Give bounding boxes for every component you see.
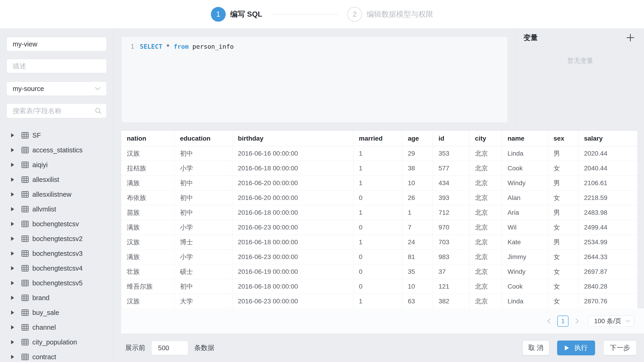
table-cell: 37	[433, 264, 469, 279]
table-cell: Linda	[502, 146, 548, 161]
table-tree-item[interactable]: city_population	[0, 335, 113, 350]
page-size-select[interactable]: 100 条/页	[588, 316, 634, 327]
previous-page-button[interactable]	[544, 318, 554, 324]
table-tree-item[interactable]: bochengtestcsv3	[0, 246, 113, 261]
table-cell: 女	[548, 279, 578, 294]
table-row: 苗族 初中 2016-06-18 00:00:00 1 1 712 北京 Ari…	[121, 205, 638, 220]
table-cell: 初中	[174, 279, 232, 294]
column-header: id	[433, 131, 469, 146]
table-tree-item[interactable]: allesxilistnew	[0, 187, 113, 202]
table-grid-icon	[22, 221, 29, 227]
table-grid-icon	[22, 280, 29, 286]
table-search-input[interactable]	[6, 103, 107, 118]
expand-arrow-icon[interactable]	[11, 325, 14, 330]
wizard-header: 1 编写 SQL 2 编辑数据模型与权限	[0, 0, 644, 29]
expand-arrow-icon[interactable]	[11, 281, 14, 285]
table-row: 汉族 初中 2016-06-16 00:00:00 1 29 353 北京 Li…	[121, 146, 638, 161]
table-tree-label: allesxilist	[32, 176, 59, 184]
expand-arrow-icon[interactable]	[11, 148, 14, 152]
expand-arrow-icon[interactable]	[11, 266, 14, 270]
expand-arrow-icon[interactable]	[11, 296, 14, 300]
table-tree-item[interactable]: bochengtestcsv	[0, 217, 113, 231]
table-cell: 初中	[174, 146, 232, 161]
add-variable-button[interactable]	[626, 33, 635, 42]
expand-arrow-icon[interactable]	[11, 133, 14, 137]
table-row: 壮族 硕士 2016-06-19 00:00:00 0 35 37 北京 Win…	[121, 264, 638, 279]
table-cell: 2644.33	[578, 250, 638, 264]
table-cell: 小学	[174, 250, 232, 264]
table-cell: 434	[433, 176, 469, 190]
step-2-label: 编辑数据模型与权限	[366, 9, 433, 19]
row-limit-input[interactable]	[151, 341, 188, 355]
expand-arrow-icon[interactable]	[11, 311, 14, 315]
table-row: 汉族 大学 2016-06-23 00:00:00 1 63 382 北京 Li…	[121, 294, 638, 309]
column-header: city	[469, 131, 502, 146]
table-cell: 北京	[469, 294, 502, 309]
table-cell: 汉族	[121, 294, 174, 309]
expand-arrow-icon[interactable]	[11, 340, 14, 344]
table-cell: 男	[548, 176, 578, 190]
footer-bar: 展示前 条数据 取 消 执行 下一步	[113, 334, 644, 362]
table-tree-item[interactable]: access_statistics	[0, 143, 113, 157]
table-tree-item[interactable]: allvmlist	[0, 202, 113, 217]
table-cell: 北京	[469, 235, 502, 249]
table-cell: 2016-06-18 00:00:00	[232, 235, 354, 249]
table-cell: 2016-06-18 00:00:00	[232, 161, 354, 175]
run-button[interactable]: 执行	[557, 341, 595, 355]
sql-token: *	[162, 43, 174, 50]
cancel-button[interactable]: 取 消	[522, 341, 549, 355]
table-cell: 满族	[121, 250, 174, 264]
view-name-input[interactable]	[6, 37, 107, 51]
table-tree-item[interactable]: brand	[0, 291, 113, 305]
sql-editor[interactable]: 1 SELECT * from person_info	[122, 37, 508, 122]
description-input[interactable]	[6, 59, 107, 73]
table-cell: 35	[402, 264, 433, 279]
table-tree-item[interactable]: bochengtestcsv2	[0, 231, 113, 246]
expand-arrow-icon[interactable]	[11, 237, 14, 241]
table-tree-item[interactable]: allesxilist	[0, 172, 113, 187]
page-size-value: 100 条/页	[594, 317, 621, 326]
table-tree-label: bochengtestcsv3	[32, 250, 83, 257]
column-header: salary	[578, 131, 638, 146]
expand-arrow-icon[interactable]	[11, 222, 14, 226]
table-tree-item[interactable]: channel	[0, 320, 113, 335]
datasource-select[interactable]: my-source	[6, 81, 107, 96]
table-cell: 2016-06-18 00:00:00	[232, 279, 354, 294]
table-cell: 初中	[174, 205, 232, 220]
table-tree-item[interactable]: buy_sale	[0, 305, 113, 320]
expand-arrow-icon[interactable]	[11, 355, 14, 359]
table-cell: 女	[548, 264, 578, 279]
table-cell: Linda	[502, 294, 548, 309]
expand-arrow-icon[interactable]	[11, 192, 14, 196]
column-header: sex	[548, 131, 578, 146]
next-page-button[interactable]	[572, 318, 582, 324]
datasource-select-value: my-source	[13, 85, 44, 93]
expand-arrow-icon[interactable]	[11, 178, 14, 182]
variables-panel: 变量 暂无变量	[516, 29, 644, 131]
column-header: age	[402, 131, 433, 146]
table-cell: 2106.61	[578, 176, 638, 190]
table-cell: 2016-06-23 00:00:00	[232, 220, 354, 235]
page-number-button[interactable]: 1	[558, 316, 568, 327]
table-row: 汉族 博士 2016-06-18 00:00:00 1 24 703 北京 Ka…	[121, 235, 638, 250]
sql-token: person_info	[189, 43, 234, 50]
table-cell: 2016-06-18 00:00:00	[232, 205, 354, 220]
table-cell: 北京	[469, 250, 502, 264]
expand-arrow-icon[interactable]	[11, 251, 14, 256]
table-cell: 0	[354, 279, 402, 294]
expand-arrow-icon[interactable]	[11, 207, 14, 211]
table-cell: Aria	[502, 205, 548, 220]
table-row: 维吾尔族 初中 2016-06-18 00:00:00 0 10 121 北京 …	[121, 279, 638, 294]
table-cell: Cook	[502, 279, 548, 294]
expand-arrow-icon[interactable]	[11, 163, 14, 167]
table-tree-item[interactable]: SF	[0, 128, 113, 143]
table-cell: 女	[548, 161, 578, 175]
step-1-circle: 1	[211, 7, 226, 22]
table-tree-label: bochengtestcsv5	[32, 279, 83, 287]
table-tree-item[interactable]: contract	[0, 350, 113, 362]
table-tree-item[interactable]: aiqiyi	[0, 157, 113, 172]
table-tree-item[interactable]: bochengtestcsv4	[0, 261, 113, 276]
table-cell: 苗族	[121, 205, 174, 220]
table-tree-item[interactable]: bochengtestcsv5	[0, 276, 113, 291]
next-step-button[interactable]: 下一步	[603, 341, 636, 355]
